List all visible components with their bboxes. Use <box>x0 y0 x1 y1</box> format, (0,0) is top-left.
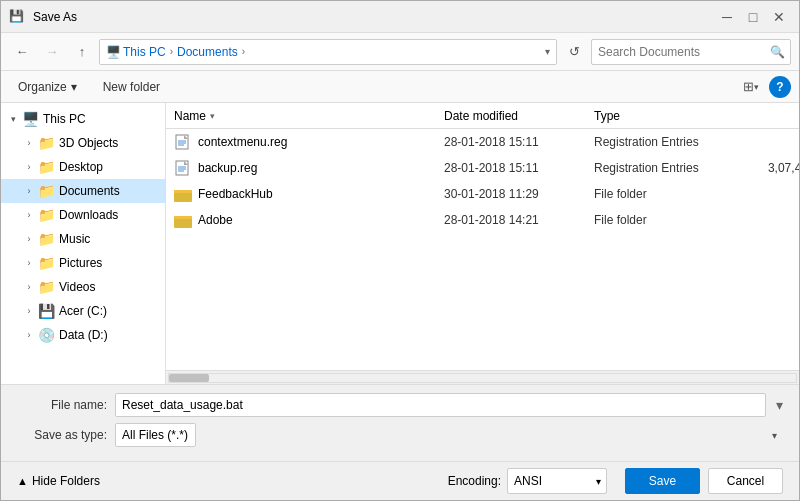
svg-rect-0 <box>176 135 188 149</box>
back-button[interactable]: ← <box>9 39 35 65</box>
savetype-select[interactable]: All Files (*.*) <box>115 423 196 447</box>
sidebar-item-downloads[interactable]: › 📁 Downloads <box>1 203 165 227</box>
help-button[interactable]: ? <box>769 76 791 98</box>
svg-rect-13 <box>174 216 182 219</box>
toggle-data-d: › <box>21 327 37 343</box>
footer-bar: ▲ Hide Folders Encoding: ANSI ▾ Save Can… <box>1 461 799 500</box>
hide-folders-label: Hide Folders <box>32 474 100 488</box>
close-button[interactable]: ✕ <box>767 7 791 27</box>
file-size: 2 KB <box>754 135 799 149</box>
file-name-cell: Adobe <box>174 211 444 229</box>
table-row[interactable]: contextmenu.reg 28-01-2018 15:11 Registr… <box>166 129 799 155</box>
window-controls: ─ □ ✕ <box>715 7 791 27</box>
view-button[interactable]: ⊞ ▾ <box>737 75 765 99</box>
up-button[interactable]: ↑ <box>69 39 95 65</box>
file-type: Registration Entries <box>594 135 754 149</box>
organize-dropdown-icon: ▾ <box>71 80 77 94</box>
sidebar-item-videos[interactable]: › 📁 Videos <box>1 275 165 299</box>
filename-label: File name: <box>17 398 107 412</box>
drive-acer-icon: 💾 <box>37 302 55 320</box>
file-icon <box>174 185 192 203</box>
toggle-downloads: › <box>21 207 37 223</box>
encoding-area: Encoding: ANSI ▾ Save Cancel <box>448 468 783 494</box>
dialog-icon: 💾 <box>9 9 25 25</box>
forward-button[interactable]: → <box>39 39 65 65</box>
minimize-button[interactable]: ─ <box>715 7 739 27</box>
toggle-documents: › <box>21 183 37 199</box>
hide-folders-icon: ▲ <box>17 475 28 487</box>
table-row[interactable]: backup.reg 28-01-2018 15:11 Registration… <box>166 155 799 181</box>
sidebar-label-3d-objects: 3D Objects <box>59 136 118 150</box>
sidebar-item-this-pc[interactable]: ▾ 🖥️ This PC <box>1 107 165 131</box>
savetype-label: Save as type: <box>17 428 107 442</box>
refresh-button[interactable]: ↺ <box>561 39 587 65</box>
file-icon <box>174 133 192 151</box>
folder-3d-icon: 📁 <box>37 134 55 152</box>
sidebar-item-pictures[interactable]: › 📁 Pictures <box>1 251 165 275</box>
file-list: contextmenu.reg 28-01-2018 15:11 Registr… <box>166 129 799 370</box>
file-date: 30-01-2018 11:29 <box>444 187 594 201</box>
file-type: File folder <box>594 187 754 201</box>
file-icon <box>174 211 192 229</box>
file-name: contextmenu.reg <box>198 135 287 149</box>
sidebar-item-documents[interactable]: › 📁 Documents <box>1 179 165 203</box>
encoding-label: Encoding: <box>448 474 501 488</box>
sidebar-label-this-pc: This PC <box>43 112 86 126</box>
col-header-type[interactable]: Type <box>594 109 754 123</box>
sidebar-item-data-d[interactable]: › 💿 Data (D:) <box>1 323 165 347</box>
maximize-button[interactable]: □ <box>741 7 765 27</box>
main-area: ▾ 🖥️ This PC › 📁 3D Objects › 📁 Desktop … <box>1 103 799 384</box>
file-date: 28-01-2018 15:11 <box>444 135 594 149</box>
col-header-date[interactable]: Date modified <box>444 109 594 123</box>
table-row[interactable]: Adobe 28-01-2018 14:21 File folder <box>166 207 799 233</box>
encoding-select-wrapper: ANSI ▾ <box>507 468 607 494</box>
filename-dropdown-icon[interactable]: ▾ <box>776 397 783 413</box>
search-container: 🔍 <box>591 39 791 65</box>
file-name: Adobe <box>198 213 233 227</box>
folder-documents-icon: 📁 <box>37 182 55 200</box>
file-date: 28-01-2018 15:11 <box>444 161 594 175</box>
col-header-size[interactable]: Size <box>754 109 799 123</box>
help-icon: ? <box>776 80 783 94</box>
dialog-title: Save As <box>33 10 77 24</box>
encoding-select[interactable]: ANSI <box>507 468 607 494</box>
cancel-button[interactable]: Cancel <box>708 468 783 494</box>
search-icon: 🔍 <box>770 45 785 59</box>
file-type: File folder <box>594 213 754 227</box>
footer-buttons: Save Cancel <box>625 468 783 494</box>
column-headers: Name ▾ Date modified Type Size <box>166 103 799 129</box>
sidebar-item-acer-c[interactable]: › 💾 Acer (C:) <box>1 299 165 323</box>
filename-input[interactable] <box>115 393 766 417</box>
sidebar-item-desktop[interactable]: › 📁 Desktop <box>1 155 165 179</box>
sidebar-item-music[interactable]: › 📁 Music <box>1 227 165 251</box>
savetype-dropdown-icon: ▾ <box>772 430 777 441</box>
breadcrumb[interactable]: 🖥️ This PC › Documents › ▾ <box>99 39 557 65</box>
form-section: File name: ▾ Save as type: All Files (*.… <box>1 384 799 461</box>
file-date: 28-01-2018 14:21 <box>444 213 594 227</box>
save-button[interactable]: Save <box>625 468 700 494</box>
new-folder-button[interactable]: New folder <box>94 76 169 98</box>
toggle-pictures: › <box>21 255 37 271</box>
organize-label: Organize <box>18 80 67 94</box>
table-row[interactable]: FeedbackHub 30-01-2018 11:29 File folder <box>166 181 799 207</box>
sort-icon-name: ▾ <box>210 111 215 121</box>
horizontal-scrollbar[interactable] <box>166 370 799 384</box>
drive-data-icon: 💿 <box>37 326 55 344</box>
pc-icon: 🖥️ <box>21 110 39 128</box>
folder-music-icon: 📁 <box>37 230 55 248</box>
hide-folders-button[interactable]: ▲ Hide Folders <box>17 474 100 488</box>
file-name: FeedbackHub <box>198 187 273 201</box>
toggle-videos: › <box>21 279 37 295</box>
folder-downloads-icon: 📁 <box>37 206 55 224</box>
file-name: backup.reg <box>198 161 257 175</box>
breadcrumb-this-pc[interactable]: 🖥️ This PC <box>106 45 166 59</box>
sidebar-item-3d-objects[interactable]: › 📁 3D Objects <box>1 131 165 155</box>
file-icon <box>174 159 192 177</box>
scrollbar-h-thumb <box>169 374 209 382</box>
organize-button[interactable]: Organize ▾ <box>9 76 86 98</box>
col-header-name[interactable]: Name ▾ <box>174 109 444 123</box>
search-input[interactable] <box>591 39 791 65</box>
file-name-cell: contextmenu.reg <box>174 133 444 151</box>
toggle-acer-c: › <box>21 303 37 319</box>
breadcrumb-documents[interactable]: Documents <box>177 45 238 59</box>
